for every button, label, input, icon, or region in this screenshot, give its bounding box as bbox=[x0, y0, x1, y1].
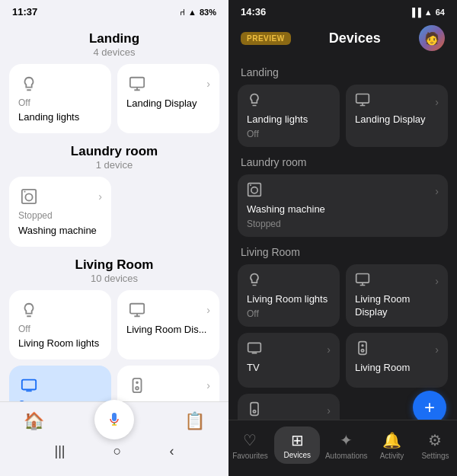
status-icons-right: ▐▐ ▲ 64 bbox=[409, 8, 445, 17]
header-right: PREVIEW Devices 🧑 bbox=[228, 21, 457, 57]
laundry-grid: › Stopped Washing machine bbox=[9, 177, 219, 246]
laundry-grid-right: › Washing machine Stopped bbox=[238, 174, 448, 237]
washing-machine-status-r: Stopped bbox=[247, 219, 439, 229]
home-btn[interactable]: ○ bbox=[113, 443, 122, 459]
bottom-nav-right: ♡ Favourites ⊞ Devices ✦ Automations 🔔 A… bbox=[228, 420, 457, 476]
svg-rect-4 bbox=[22, 380, 36, 390]
chevron-icon-r: › bbox=[327, 343, 331, 356]
svg-point-20 bbox=[253, 410, 255, 412]
lr-display-card[interactable]: › Living Room Dis... bbox=[117, 290, 219, 359]
washing-machine-card[interactable]: › Stopped Washing machine bbox=[9, 177, 111, 246]
plus-icon: + bbox=[424, 398, 435, 417]
automations-label: Automations bbox=[325, 452, 368, 460]
chevron-icon-r: › bbox=[435, 96, 439, 108]
landing-display-icon-r bbox=[355, 92, 370, 111]
lr-lights-card[interactable]: Off Living Room lights bbox=[9, 290, 111, 359]
lr-room-name-r: Living Room bbox=[355, 362, 439, 375]
lights-icon bbox=[18, 73, 40, 94]
nav-activity[interactable]: 🔔 Activity bbox=[373, 431, 411, 460]
svg-rect-16 bbox=[359, 341, 366, 354]
tv-name-r: TV bbox=[247, 362, 331, 375]
living-room-count: 10 devices bbox=[9, 273, 219, 284]
display-icon bbox=[126, 73, 148, 94]
bluetooth-icon: ⑁ bbox=[180, 8, 185, 17]
back-btn[interactable]: ‹ bbox=[169, 443, 174, 459]
svg-rect-12 bbox=[248, 184, 261, 196]
settings-icon: ⚙ bbox=[428, 431, 442, 449]
lr-lights-icon bbox=[18, 299, 40, 321]
landing-lights-card-r[interactable]: Landing lights Off bbox=[238, 85, 340, 147]
header-title: Devices bbox=[329, 30, 381, 46]
landing-lights-icon-r bbox=[247, 92, 262, 111]
lr-display-name: Living Room Dis... bbox=[126, 324, 210, 337]
svg-rect-15 bbox=[248, 343, 261, 352]
favourites-icon: ♡ bbox=[243, 431, 257, 449]
washing-machine-icon-r bbox=[247, 182, 262, 201]
lr-lights-status-r: Off bbox=[247, 308, 331, 319]
devices-icon: ⊞ bbox=[291, 431, 304, 449]
automations-icon: ✦ bbox=[340, 431, 353, 449]
home-nav-icon[interactable]: 🏠 bbox=[24, 411, 44, 431]
nav-devices[interactable]: ⊞ Devices bbox=[274, 426, 320, 464]
landing-device-count: 4 devices bbox=[9, 46, 219, 58]
landing-lights-status-r: Off bbox=[247, 129, 331, 139]
living-room-section-label: Living Room bbox=[241, 246, 448, 258]
left-phone: 11:37 ⑁ ▲ 83% Landing 4 devices Off bbox=[0, 0, 228, 476]
nav-settings[interactable]: ⚙ Settings bbox=[416, 431, 454, 460]
washing-machine-status: Stopped bbox=[18, 210, 102, 221]
speaker-icon bbox=[126, 375, 148, 396]
laundry-section-label: Laundry room bbox=[241, 156, 448, 168]
landing-room-name: Landing bbox=[9, 31, 219, 46]
chevron-icon-r: › bbox=[435, 185, 439, 197]
lr-speaker-icon-r bbox=[355, 340, 370, 359]
svg-rect-0 bbox=[130, 78, 144, 88]
svg-rect-3 bbox=[130, 303, 144, 313]
tv-card-r[interactable]: › TV bbox=[238, 333, 340, 388]
activity-label: Activity bbox=[380, 452, 404, 460]
lr-display-icon-r bbox=[355, 272, 370, 291]
tv-icon bbox=[18, 375, 40, 396]
chevron-icon-r: › bbox=[435, 343, 439, 356]
nav-automations[interactable]: ✦ Automations bbox=[325, 431, 368, 460]
wifi-icon-right: ▲ bbox=[424, 8, 433, 17]
menu-btn[interactable]: ||| bbox=[55, 443, 66, 459]
recent-nav-icon[interactable]: 📋 bbox=[184, 411, 205, 431]
signal-icon: ▐▐ bbox=[409, 8, 421, 17]
status-icons-left: ⑁ ▲ 83% bbox=[180, 8, 216, 17]
activity-icon: 🔔 bbox=[382, 431, 401, 449]
landing-lights-card[interactable]: Off Landing lights bbox=[9, 64, 111, 133]
favourites-label: Favourites bbox=[232, 452, 268, 460]
office-icon-r bbox=[247, 401, 262, 420]
nav-favourites[interactable]: ♡ Favourites bbox=[231, 431, 269, 460]
lr-display-icon bbox=[126, 299, 148, 321]
right-phone: 14:36 ▐▐ ▲ 64 PREVIEW Devices 🧑 Landing bbox=[228, 0, 457, 476]
preview-badge: PREVIEW bbox=[241, 32, 291, 45]
landing-display-name: Landing Display bbox=[126, 97, 210, 110]
laundry-room-name: Laundry room bbox=[9, 144, 219, 159]
svg-point-2 bbox=[25, 194, 32, 201]
landing-display-name-r: Landing Display bbox=[355, 113, 439, 126]
svg-point-18 bbox=[362, 345, 363, 347]
tv-icon-r bbox=[247, 340, 262, 359]
laundry-device-count: 1 device bbox=[9, 159, 219, 171]
chevron-right-icon: › bbox=[206, 304, 210, 316]
landing-lights-name-r: Landing lights bbox=[247, 113, 331, 126]
lr-lights-card-r[interactable]: Living Room lights Off bbox=[238, 264, 340, 327]
washing-machine-name-r: Washing machine bbox=[247, 203, 439, 216]
status-bar-left: 11:37 ⑁ ▲ 83% bbox=[0, 0, 228, 21]
washing-machine-icon bbox=[18, 186, 40, 207]
landing-lights-name: Landing lights bbox=[18, 111, 102, 124]
lr-room-card-r[interactable]: › Living Room bbox=[346, 333, 448, 388]
landing-header: Landing 4 devices bbox=[9, 31, 219, 58]
svg-rect-11 bbox=[356, 94, 369, 104]
system-nav: ||| ○ ‹ bbox=[0, 439, 228, 464]
lr-display-name-r: Living Room Display bbox=[355, 293, 439, 319]
landing-display-card-r[interactable]: › Landing Display bbox=[346, 85, 448, 147]
landing-display-card[interactable]: › Landing Display bbox=[117, 64, 219, 133]
lr-lights-status: Off bbox=[18, 324, 102, 334]
wifi-icon: ▲ bbox=[188, 8, 197, 17]
lr-display-card-r[interactable]: › Living Room Display bbox=[346, 264, 448, 327]
mic-button[interactable] bbox=[94, 400, 134, 439]
washing-machine-card-r[interactable]: › Washing machine Stopped bbox=[238, 174, 448, 237]
chevron-icon-r: › bbox=[435, 275, 439, 287]
